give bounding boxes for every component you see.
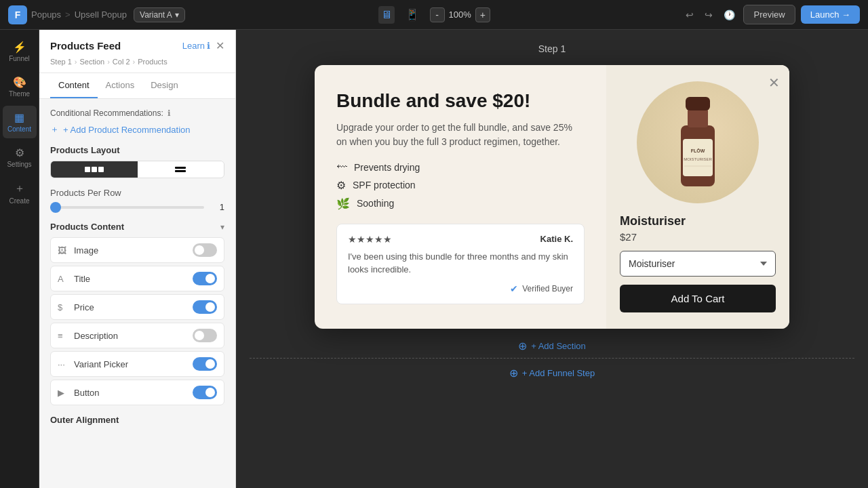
svg-rect-2	[686, 97, 710, 110]
brand-link[interactable]: Popups	[31, 9, 61, 20]
tab-design[interactable]: Design	[142, 73, 186, 98]
popup-close-btn[interactable]: ✕	[768, 75, 780, 91]
add-funnel-step-btn[interactable]: ⊕ + Add Funnel Step	[509, 367, 595, 380]
app-logo: F	[8, 5, 27, 24]
feature-item-2: 🌿 Soothing	[336, 197, 585, 210]
redo-btn[interactable]: ↪	[702, 7, 715, 23]
icon-nav: ⚡ Funnel 🎨 Theme ▦ Content ⚙ Settings ＋ …	[0, 30, 39, 488]
tab-actions[interactable]: Actions	[98, 73, 143, 98]
sidebar-header: Products Feed Learn ℹ ✕ Step 1 › Section…	[39, 30, 235, 73]
popup-heading: Bundle and save $20!	[336, 89, 585, 113]
products-content-header[interactable]: Products Content ▾	[50, 222, 224, 232]
add-to-cart-btn[interactable]: Add To Cart	[620, 285, 776, 312]
per-row-label: Products Per Row	[50, 188, 224, 198]
review-stars-row: ★★★★★ Katie K.	[348, 234, 573, 245]
close-btn[interactable]: ✕	[216, 39, 224, 52]
zoom-level: 100%	[449, 9, 471, 20]
learn-link[interactable]: Learn ℹ	[182, 41, 210, 51]
product-variant-select[interactable]: Moisturiser	[620, 251, 776, 277]
plus-icon: ＋	[50, 123, 59, 136]
tab-content[interactable]: Content	[50, 73, 98, 98]
add-funnel-icon: ⊕	[509, 367, 518, 380]
products-layout-label: Products Layout	[50, 145, 224, 155]
sidebar-item-content[interactable]: ▦ Content	[3, 106, 37, 138]
toggle-row-title: A Title	[50, 266, 224, 291]
topbar-right: ↩ ↪ 🕐 Preview Launch →	[683, 5, 860, 24]
per-row-slider[interactable]	[50, 206, 204, 209]
popup-link[interactable]: Upsell Popup	[75, 9, 127, 20]
topbar-left: F Popups > Upsell Popup Variant A ▾	[8, 5, 185, 24]
image-icon: 🖼	[58, 245, 68, 256]
toggle-variant[interactable]	[193, 357, 217, 371]
preview-btn[interactable]: Preview	[743, 5, 795, 24]
reviewer-name: Katie K.	[540, 234, 573, 244]
list-layout-btn[interactable]	[138, 161, 224, 178]
content-label: Content	[7, 125, 31, 133]
product-image: FLŌW MOISTURISER	[637, 81, 759, 203]
topbar: F Popups > Upsell Popup Variant A ▾ 🖥 📱 …	[0, 0, 868, 30]
prevents-drying-icon: ⬳	[336, 161, 347, 174]
product-price: $27	[620, 231, 637, 243]
verified-label: Verified Buyer	[522, 284, 573, 293]
toggle-image-label: 🖼 Image	[58, 245, 98, 256]
list-icon	[175, 167, 186, 172]
layout-options	[50, 161, 224, 178]
toggle-variant-label: ··· Variant Picker	[58, 359, 128, 369]
history-btn[interactable]: 🕐	[721, 7, 738, 23]
toggle-description[interactable]	[193, 329, 217, 342]
content-icon: ▦	[14, 111, 24, 124]
feature-text-0: Prevents drying	[354, 162, 420, 173]
sidebar-item-settings[interactable]: ⚙ Settings	[3, 141, 37, 174]
conditional-info-icon[interactable]: ℹ	[167, 108, 171, 118]
undo-btn[interactable]: ↩	[683, 7, 696, 23]
description-icon: ≡	[58, 331, 68, 341]
toggle-title-label: A Title	[58, 274, 90, 284]
products-content-title: Products Content	[50, 222, 124, 232]
button-icon: ▶	[58, 388, 68, 398]
review-card: ★★★★★ Katie K. I've been using this bund…	[336, 224, 585, 304]
svg-text:FLŌW: FLŌW	[691, 148, 705, 153]
sidebar-header-actions: Learn ℹ ✕	[182, 39, 224, 52]
outer-alignment-label: Outer Alignment	[50, 415, 224, 425]
tabs: Content Actions Design	[39, 73, 235, 99]
add-section-btn[interactable]: ⊕ + Add Section	[518, 340, 586, 352]
feature-text-1: SPF protection	[353, 180, 416, 190]
variant-selector[interactable]: Variant A ▾	[134, 7, 185, 22]
main-layout: ⚡ Funnel 🎨 Theme ▦ Content ⚙ Settings ＋ …	[0, 30, 868, 488]
toggle-price-label: $ Price	[58, 302, 94, 312]
add-recommendation-btn[interactable]: ＋ + Add Product Recommendation	[50, 123, 191, 136]
sidebar-item-theme[interactable]: 🎨 Theme	[3, 70, 37, 103]
per-row-value: 1	[211, 202, 224, 212]
popup-modal: ✕ Bundle and save $20! Upgrade your orde…	[315, 65, 789, 329]
add-funnel-bar: ⊕ + Add Funnel Step	[509, 367, 595, 380]
grid-layout-btn[interactable]	[51, 161, 138, 178]
popup-subtext: Upgrade your order to get the full bundl…	[336, 121, 585, 149]
sidebar-item-create[interactable]: ＋ Create	[3, 176, 37, 210]
toggle-row-image: 🖼 Image	[50, 237, 224, 263]
add-section-bar: ⊕ + Add Section	[250, 340, 854, 352]
launch-btn[interactable]: Launch →	[801, 5, 860, 24]
toggle-description-label: ≡ Description	[58, 331, 118, 341]
sidebar-header-top: Products Feed Learn ℹ ✕	[50, 39, 224, 52]
theme-label: Theme	[9, 90, 30, 98]
toggle-button-label: ▶ Button	[58, 388, 100, 398]
create-icon: ＋	[14, 182, 25, 196]
product-name: Moisturiser	[620, 214, 686, 228]
desktop-device-btn[interactable]: 🖥	[378, 6, 395, 24]
create-label: Create	[9, 197, 29, 205]
toggle-button[interactable]	[193, 386, 217, 399]
zoom-out-btn[interactable]: -	[430, 7, 445, 22]
sidebar-item-funnel[interactable]: ⚡ Funnel	[3, 35, 37, 68]
zoom-in-btn[interactable]: +	[475, 7, 490, 22]
sidebar-panel: Products Feed Learn ℹ ✕ Step 1 › Section…	[39, 30, 236, 488]
toggle-row-description: ≡ Description	[50, 323, 224, 348]
toggle-price[interactable]	[193, 300, 217, 314]
add-section-icon: ⊕	[518, 340, 527, 352]
settings-label: Settings	[7, 161, 31, 168]
mobile-device-btn[interactable]: 📱	[403, 5, 422, 24]
toggle-title[interactable]	[193, 272, 217, 285]
popup-left: Bundle and save $20! Upgrade your order …	[315, 65, 606, 329]
feature-text-2: Soothing	[357, 198, 394, 209]
soothing-icon: 🌿	[336, 197, 350, 210]
toggle-image[interactable]	[193, 243, 217, 257]
